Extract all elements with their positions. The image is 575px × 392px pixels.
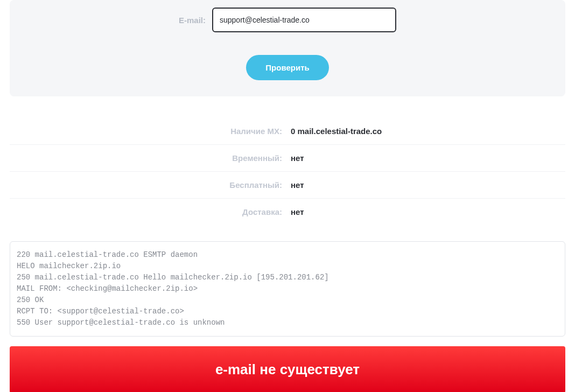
email-input[interactable] (212, 8, 396, 32)
result-alert: e-mail не существует (10, 346, 565, 392)
result-list: Наличие MX: 0 mail.celestial-trade.co Вр… (10, 118, 565, 225)
mx-label: Наличие MX: (10, 127, 288, 136)
temporary-value: нет (288, 153, 565, 163)
result-row-temporary: Временный: нет (10, 145, 565, 172)
free-value: нет (288, 180, 565, 190)
smtp-log: 220 mail.celestial-trade.co ESMTP daemon… (10, 241, 565, 337)
result-row-free: Бесплатный: нет (10, 172, 565, 199)
email-label: E-mail: (179, 16, 206, 25)
delivery-label: Доставка: (10, 207, 288, 216)
email-row: E-mail: (20, 8, 555, 32)
delivery-value: нет (288, 207, 565, 216)
mx-value: 0 mail.celestial-trade.co (288, 127, 565, 136)
button-row: Проверить (20, 55, 555, 80)
result-row-mx: Наличие MX: 0 mail.celestial-trade.co (10, 118, 565, 145)
email-check-form: E-mail: Проверить (10, 0, 565, 96)
check-button[interactable]: Проверить (246, 55, 328, 80)
temporary-label: Временный: (10, 153, 288, 163)
result-row-delivery: Доставка: нет (10, 199, 565, 225)
free-label: Бесплатный: (10, 180, 288, 190)
